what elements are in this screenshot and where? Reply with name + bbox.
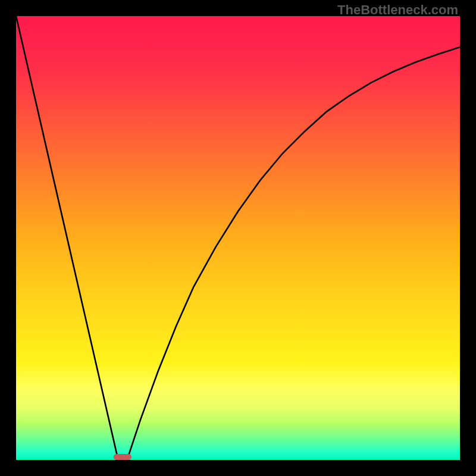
svg-rect-0 [16, 16, 460, 460]
plot-area [16, 16, 460, 460]
chart-frame: TheBottleneck.com [0, 0, 476, 476]
watermark-text: TheBottleneck.com [337, 2, 458, 18]
gradient-background [16, 16, 460, 460]
minimum-marker [114, 454, 131, 460]
